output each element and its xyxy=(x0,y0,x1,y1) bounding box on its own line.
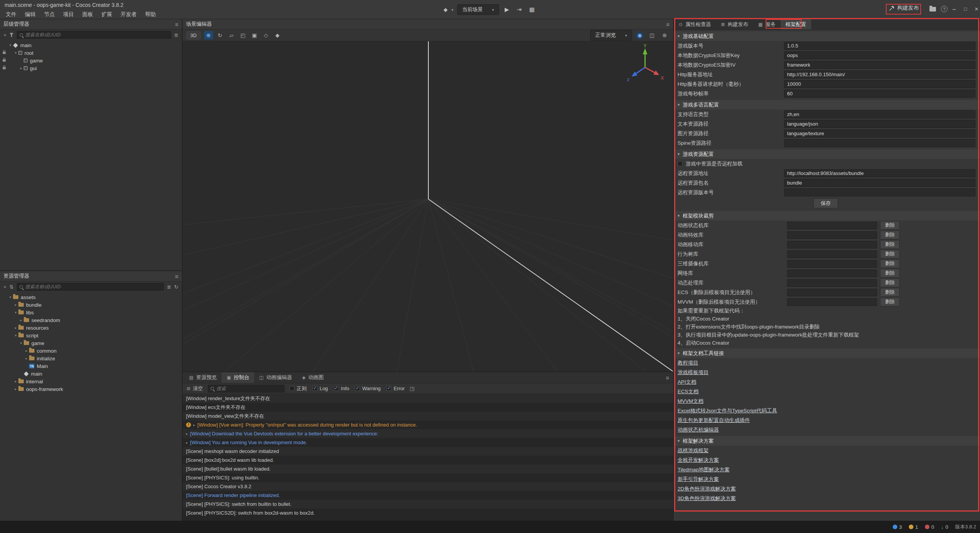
layout-button[interactable]: ▦ xyxy=(527,6,536,13)
help-icon[interactable]: ? xyxy=(941,6,947,12)
section-solutions[interactable]: 框架解决方案 xyxy=(674,436,980,446)
log-row[interactable]: [Scene] [PHYSICS]: using builtin. xyxy=(183,473,673,482)
refresh-icon[interactable]: ↻ xyxy=(174,284,178,290)
log-row[interactable]: [Scene] Forward render pipeline initiali… xyxy=(183,491,673,500)
checkbox-icon[interactable] xyxy=(289,386,294,391)
log-expand-arrow[interactable]: ▸ xyxy=(186,432,188,436)
asset-node[interactable]: ▸ oops-framework xyxy=(0,385,182,393)
expand-arrow-icon[interactable]: ▾ xyxy=(13,334,18,337)
module-input[interactable] xyxy=(787,241,877,249)
tree-node[interactable]: ▾ main xyxy=(0,41,182,49)
property-input[interactable] xyxy=(784,80,975,88)
console-filter[interactable]: Log xyxy=(312,385,328,392)
remote-load-checkbox[interactable] xyxy=(678,161,683,166)
module-delete-button[interactable]: 删除 xyxy=(880,231,900,239)
asset-node[interactable]: ▸ seedrandom xyxy=(0,316,182,324)
expand-arrow-icon[interactable]: ▾ xyxy=(8,295,13,299)
tree-node[interactable]: ▾ root xyxy=(0,49,182,57)
lock-icon[interactable] xyxy=(3,59,6,62)
save-button[interactable]: 保存 xyxy=(813,198,838,208)
log-row[interactable]: [Window] model_view文件夹不存在 xyxy=(183,412,673,420)
console-filter[interactable]: Info xyxy=(334,385,350,392)
tab-property-inspector[interactable]: ⊙ 属性检查器 xyxy=(674,19,716,29)
doc-link[interactable]: 教程项目 xyxy=(678,360,698,366)
assets-search-input[interactable] xyxy=(25,284,162,289)
expand-arrow-icon[interactable]: ▸ xyxy=(24,349,29,353)
download-count[interactable]: ↓ 0 xyxy=(941,524,948,530)
tab-console[interactable]: ▣ 控制台 xyxy=(222,372,254,383)
menu-item[interactable]: 扩展 xyxy=(97,11,116,18)
hierarchy-search-input[interactable] xyxy=(25,32,169,38)
transform-tool[interactable]: ▣ xyxy=(250,31,259,39)
hierarchy-options-icon[interactable]: ≣ xyxy=(174,32,178,38)
preview-device-icon[interactable]: ◆ xyxy=(443,7,448,13)
expand-arrow-icon[interactable]: ▾ xyxy=(8,43,13,47)
asset-node[interactable]: ▾ assets xyxy=(0,293,182,301)
checkbox-icon[interactable] xyxy=(334,386,339,391)
panel-menu-icon[interactable]: ≡ xyxy=(175,273,178,280)
menu-item[interactable]: 面板 xyxy=(78,11,97,18)
message-count[interactable]: 3 xyxy=(893,524,902,530)
sort-icon[interactable]: ⇅ xyxy=(10,284,14,290)
expand-arrow-icon[interactable]: ▾ xyxy=(13,51,18,55)
message-count[interactable]: 0 xyxy=(925,524,934,530)
property-input[interactable] xyxy=(784,129,975,137)
doc-link[interactable]: Excel格式转Json文件与TypeScript代码工具 xyxy=(678,407,777,414)
menu-item[interactable]: 编辑 xyxy=(21,11,40,18)
solution-link[interactable]: Tiledmap地图解决方案 xyxy=(678,466,730,473)
build-publish-button[interactable]: 构建发布 xyxy=(889,5,919,11)
folder-icon[interactable] xyxy=(929,7,936,11)
menu-item[interactable]: 节点 xyxy=(40,11,59,18)
panel-menu-icon[interactable]: ≡ xyxy=(666,374,669,381)
property-input[interactable] xyxy=(784,139,975,147)
mode-3d-toggle[interactable]: 3D xyxy=(186,31,201,39)
lighting-toggle-icon[interactable]: ◉ xyxy=(635,31,644,39)
step-button[interactable]: ⇥ xyxy=(515,6,524,13)
pivot-toggle[interactable]: ◇ xyxy=(261,31,271,39)
console-search[interactable] xyxy=(208,385,284,392)
console-filter[interactable]: Error xyxy=(386,385,405,392)
module-input[interactable] xyxy=(787,222,877,229)
expand-arrow-icon[interactable]: ▸ xyxy=(13,303,18,307)
rotate-tool[interactable]: ↻ xyxy=(216,31,225,39)
module-input[interactable] xyxy=(787,260,877,268)
expand-arrow-icon[interactable]: ▸ xyxy=(24,356,29,360)
tab-services[interactable]: ▦ 服务 xyxy=(753,19,781,29)
lock-icon[interactable] xyxy=(3,67,6,69)
log-expand-arrow[interactable]: ▸ xyxy=(193,423,195,427)
asset-node[interactable]: ▸ internal xyxy=(0,378,182,385)
minimize-button[interactable]: – xyxy=(952,5,956,13)
property-input[interactable] xyxy=(784,51,975,59)
expand-arrow-icon[interactable]: ▾ xyxy=(18,341,24,345)
doc-link[interactable]: MVVM文档 xyxy=(678,398,704,405)
console-filter[interactable]: Warning xyxy=(355,385,381,392)
asset-node[interactable]: ▸ resources xyxy=(0,324,182,332)
checkbox-icon[interactable] xyxy=(386,386,391,391)
module-input[interactable] xyxy=(787,298,877,306)
tab-animation-graph[interactable]: ◈ 动画图 xyxy=(297,372,329,383)
property-input[interactable] xyxy=(784,188,975,196)
expand-arrow-icon[interactable]: ▸ xyxy=(13,387,18,391)
hierarchy-search[interactable] xyxy=(17,31,172,39)
module-input[interactable] xyxy=(787,289,877,296)
property-input[interactable] xyxy=(784,179,975,187)
tree-node[interactable]: game xyxy=(0,57,182,64)
assets-search[interactable] xyxy=(17,283,164,291)
add-node-icon[interactable]: + xyxy=(3,32,7,38)
property-input[interactable] xyxy=(784,110,975,118)
doc-link[interactable]: 游戏模板项目 xyxy=(678,369,709,376)
console-filter[interactable]: 正则 xyxy=(289,385,307,392)
asset-node[interactable]: ▾ game xyxy=(0,339,182,347)
section-game-basic[interactable]: 游戏基础配置 xyxy=(674,31,980,41)
property-input[interactable] xyxy=(784,70,975,78)
solution-link[interactable]: 新手引导解决方案 xyxy=(678,476,719,483)
asset-node[interactable]: ▾ libs xyxy=(0,309,182,316)
rect-tool[interactable]: ◰ xyxy=(238,31,248,39)
filter-icon[interactable] xyxy=(10,33,14,37)
panel-menu-icon[interactable]: ≡ xyxy=(666,21,670,28)
scale-tool[interactable]: ▱ xyxy=(227,31,236,39)
close-button[interactable]: × xyxy=(975,5,978,13)
module-delete-button[interactable]: 删除 xyxy=(880,250,900,258)
asset-node[interactable]: ▾ script xyxy=(0,332,182,339)
doc-link[interactable]: ECS文档 xyxy=(678,388,699,395)
